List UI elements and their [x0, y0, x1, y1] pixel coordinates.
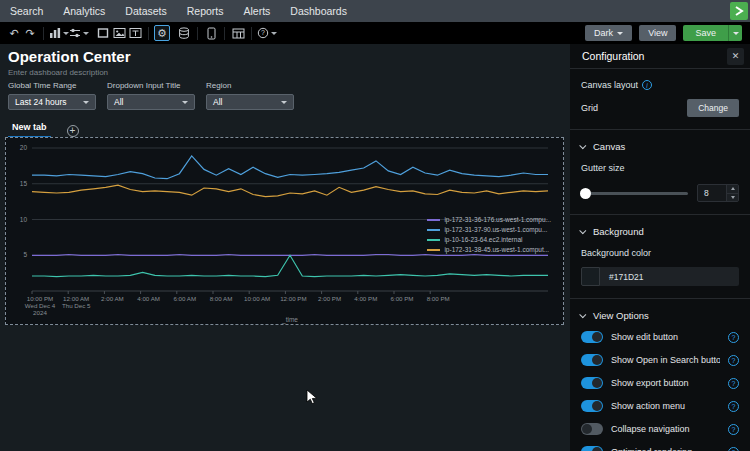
- x-tick-label: Thu Dec 5: [62, 302, 91, 309]
- data-sources-icon[interactable]: [176, 25, 192, 41]
- y-tick-label: 15: [20, 180, 28, 187]
- toggle-switch[interactable]: [581, 377, 603, 389]
- x-tick-label: 4:00 PM: [354, 295, 377, 302]
- top-navbar: SearchAnalyticsDatasetsReportsAlertsDash…: [0, 0, 750, 22]
- gutter-slider-track[interactable]: [581, 192, 688, 195]
- chevron-down-icon: [83, 101, 89, 104]
- chevron-down-icon: [579, 227, 586, 234]
- line-chart-panel[interactable]: 510152010:00 PMWed Dec 4202412:00 AMThu …: [5, 137, 564, 325]
- toolbar-divider: [197, 27, 198, 40]
- add-shape-icon[interactable]: [95, 25, 111, 41]
- nav-item-reports[interactable]: Reports: [187, 5, 224, 17]
- legend-item[interactable]: ip-172-31-36-176.us-west-1.compu...: [427, 216, 551, 223]
- table-view-icon[interactable]: [230, 25, 246, 41]
- chevron-down-icon: [617, 32, 623, 35]
- add-text-icon[interactable]: [127, 25, 143, 41]
- save-menu-button[interactable]: [728, 25, 742, 41]
- toggle-switch[interactable]: [581, 400, 603, 412]
- toggle-knob: [592, 355, 602, 365]
- nav-item-datasets[interactable]: Datasets: [125, 5, 166, 17]
- theme-button[interactable]: Dark: [585, 25, 632, 41]
- chevron-right-icon: [734, 6, 744, 16]
- section-view-options[interactable]: View Options: [581, 310, 739, 321]
- canvas-layout-label: Canvas layout: [581, 80, 638, 90]
- info-icon[interactable]: i: [642, 80, 652, 90]
- toggle-switch[interactable]: [581, 423, 603, 435]
- nav-item-alerts[interactable]: Alerts: [244, 5, 271, 17]
- legend-item[interactable]: ip-172-31-37-90.us-west-1.compu...: [427, 226, 551, 233]
- legend-label: ip-172-31-37-90.us-west-1.compu...: [444, 226, 547, 233]
- x-axis-title: _time: [281, 316, 298, 324]
- canvas-layout-row: Canvas layout i: [581, 80, 739, 90]
- legend-item[interactable]: ip-172-31-38-45.us-west-1.comput...: [427, 246, 551, 253]
- chevron-down-icon: [271, 32, 277, 35]
- region-dropdown[interactable]: All: [206, 94, 294, 110]
- dashboard-description[interactable]: Enter dashboard description: [8, 68, 108, 77]
- help-icon[interactable]: ?: [728, 332, 739, 343]
- nav-item-search[interactable]: Search: [10, 5, 43, 17]
- close-icon[interactable]: ✕: [727, 48, 744, 65]
- toggle-label: Show Open in Search button: [611, 355, 720, 365]
- stepper-down-button[interactable]: [727, 193, 738, 202]
- help-icon[interactable]: ?: [257, 25, 277, 41]
- section-canvas-title: Canvas: [593, 141, 625, 152]
- add-tab-button[interactable]: +: [67, 125, 79, 137]
- x-tick-label: 10:00 PM: [27, 295, 53, 302]
- change-layout-button[interactable]: Change: [687, 99, 739, 117]
- redo-icon[interactable]: ↷: [22, 25, 38, 41]
- toggle-row: Collapse navigation?: [581, 422, 739, 436]
- configuration-header: Configuration ✕: [570, 44, 750, 69]
- help-icon[interactable]: ?: [728, 355, 739, 366]
- dashboard-title[interactable]: Operation Center: [8, 48, 131, 65]
- background-color-label: Background color: [581, 248, 739, 258]
- x-tick-label: 2024: [33, 309, 47, 316]
- dashboard-canvas[interactable]: Operation Center Enter dashboard descrip…: [0, 44, 570, 451]
- help-icon[interactable]: ?: [728, 424, 739, 435]
- toggle-switch[interactable]: [581, 354, 603, 366]
- section-background-title: Background: [593, 226, 644, 237]
- undo-icon[interactable]: ↶: [6, 25, 22, 41]
- nav-items: SearchAnalyticsDatasetsReportsAlertsDash…: [10, 5, 347, 17]
- section-background[interactable]: Background: [581, 226, 739, 237]
- save-button-group: Save: [683, 25, 742, 41]
- dropdown-input[interactable]: All: [107, 94, 195, 110]
- dropdown-value: All: [114, 97, 123, 107]
- splunk-logo[interactable]: [730, 2, 748, 20]
- help-icon[interactable]: ?: [728, 447, 739, 451]
- gutter-size-input[interactable]: 8: [697, 184, 739, 202]
- toggle-switch[interactable]: [581, 331, 603, 343]
- toggle-switch[interactable]: [581, 446, 603, 451]
- toggle-row: Show edit button?: [581, 330, 739, 344]
- chart-legend: ip-172-31-36-176.us-west-1.compu...ip-17…: [427, 216, 551, 253]
- toggle-row: Show export button?: [581, 376, 739, 390]
- mobile-preview-icon[interactable]: [203, 25, 219, 41]
- stepper-up-button[interactable]: [727, 185, 738, 193]
- save-button[interactable]: Save: [683, 25, 728, 41]
- x-tick-label: 12:00 AM: [63, 295, 89, 302]
- dashboard-settings-gear-icon[interactable]: ⚙: [154, 25, 170, 41]
- help-icon[interactable]: ?: [728, 401, 739, 412]
- chevron-down-icon: [733, 32, 739, 35]
- add-chart-icon[interactable]: [49, 25, 69, 41]
- configuration-title: Configuration: [582, 50, 644, 62]
- time-range-dropdown[interactable]: Last 24 hours: [8, 94, 96, 110]
- color-swatch[interactable]: [581, 267, 600, 286]
- gutter-slider-thumb[interactable]: [580, 188, 591, 199]
- legend-item[interactable]: ip-10-16-23-64.ec2.internal: [427, 236, 551, 243]
- toggle-knob: [592, 378, 602, 388]
- editor-toolbar: ↶ ↷ ⚙: [0, 22, 750, 44]
- x-tick-label: 8:00 PM: [427, 295, 450, 302]
- chevron-down-icon: [579, 311, 586, 318]
- nav-item-dashboards[interactable]: Dashboards: [290, 5, 347, 17]
- gutter-stepper: [726, 185, 738, 201]
- nav-item-analytics[interactable]: Analytics: [63, 5, 105, 17]
- toggle-knob: [592, 447, 602, 451]
- help-icon[interactable]: ?: [728, 378, 739, 389]
- toggle-label: Collapse navigation: [611, 424, 720, 434]
- add-input-icon[interactable]: [69, 25, 89, 41]
- add-image-icon[interactable]: [111, 25, 127, 41]
- toggle-row: Show Open in Search button?: [581, 353, 739, 367]
- section-canvas[interactable]: Canvas: [581, 141, 739, 152]
- background-color-input[interactable]: #171D21: [600, 267, 739, 286]
- view-button[interactable]: View: [639, 25, 676, 41]
